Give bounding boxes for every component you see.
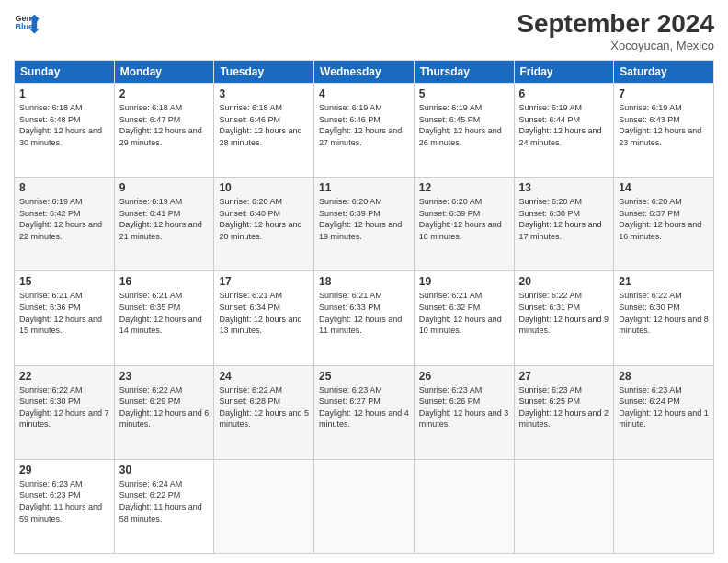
weekday-wednesday: Wednesday xyxy=(314,61,415,84)
day-cell: 19 Sunrise: 6:21 AMSunset: 6:32 PMDaylig… xyxy=(414,271,514,365)
day-info: Sunrise: 6:19 AMSunset: 6:45 PMDaylight:… xyxy=(419,103,502,147)
title-block: September 2024 Xocoyucan, Mexico xyxy=(517,9,714,52)
day-cell: 23 Sunrise: 6:22 AMSunset: 6:29 PMDaylig… xyxy=(114,365,214,459)
day-number: 19 xyxy=(419,275,509,288)
day-cell: 11 Sunrise: 6:20 AMSunset: 6:39 PMDaylig… xyxy=(314,178,415,271)
week-row-3: 15 Sunrise: 6:21 AMSunset: 6:36 PMDaylig… xyxy=(15,271,714,365)
day-info: Sunrise: 6:18 AMSunset: 6:46 PMDaylight:… xyxy=(219,103,301,147)
day-number: 25 xyxy=(319,370,409,383)
day-cell xyxy=(414,459,514,553)
day-number: 5 xyxy=(419,87,509,100)
day-number: 10 xyxy=(219,181,309,194)
day-number: 15 xyxy=(19,275,109,288)
day-info: Sunrise: 6:23 AMSunset: 6:23 PMDaylight:… xyxy=(19,479,102,523)
day-cell: 30 Sunrise: 6:24 AMSunset: 6:22 PMDaylig… xyxy=(114,459,214,553)
day-cell: 13 Sunrise: 6:20 AMSunset: 6:38 PMDaylig… xyxy=(514,178,614,271)
day-info: Sunrise: 6:19 AMSunset: 6:44 PMDaylight:… xyxy=(519,103,602,147)
day-number: 13 xyxy=(519,181,609,194)
day-cell xyxy=(214,459,314,553)
day-cell xyxy=(314,459,415,553)
day-cell: 25 Sunrise: 6:23 AMSunset: 6:27 PMDaylig… xyxy=(314,365,415,459)
day-cell: 17 Sunrise: 6:21 AMSunset: 6:34 PMDaylig… xyxy=(214,271,314,365)
day-number: 21 xyxy=(619,275,709,288)
day-info: Sunrise: 6:23 AMSunset: 6:26 PMDaylight:… xyxy=(419,385,509,430)
day-info: Sunrise: 6:22 AMSunset: 6:30 PMDaylight:… xyxy=(619,291,709,335)
day-cell: 2 Sunrise: 6:18 AMSunset: 6:47 PMDayligh… xyxy=(114,84,214,178)
day-cell: 28 Sunrise: 6:23 AMSunset: 6:24 PMDaylig… xyxy=(614,365,714,459)
svg-text:Blue: Blue xyxy=(15,22,33,31)
day-cell: 22 Sunrise: 6:22 AMSunset: 6:30 PMDaylig… xyxy=(15,365,115,459)
day-number: 4 xyxy=(319,87,409,100)
day-cell: 21 Sunrise: 6:22 AMSunset: 6:30 PMDaylig… xyxy=(614,271,714,365)
day-info: Sunrise: 6:24 AMSunset: 6:22 PMDaylight:… xyxy=(119,479,202,523)
day-number: 2 xyxy=(119,87,210,100)
day-number: 24 xyxy=(219,370,309,383)
day-number: 22 xyxy=(19,370,109,383)
week-row-1: 1 Sunrise: 6:18 AMSunset: 6:48 PMDayligh… xyxy=(15,84,714,178)
day-number: 9 xyxy=(119,181,210,194)
weekday-header-row: SundayMondayTuesdayWednesdayThursdayFrid… xyxy=(15,61,714,84)
week-row-4: 22 Sunrise: 6:22 AMSunset: 6:30 PMDaylig… xyxy=(15,365,714,459)
day-info: Sunrise: 6:21 AMSunset: 6:34 PMDaylight:… xyxy=(219,291,301,335)
day-info: Sunrise: 6:19 AMSunset: 6:42 PMDaylight:… xyxy=(19,197,102,241)
day-cell: 18 Sunrise: 6:21 AMSunset: 6:33 PMDaylig… xyxy=(314,271,415,365)
day-info: Sunrise: 6:20 AMSunset: 6:39 PMDaylight:… xyxy=(319,197,402,241)
day-number: 28 xyxy=(619,370,709,383)
day-info: Sunrise: 6:22 AMSunset: 6:29 PMDaylight:… xyxy=(119,385,210,430)
day-cell: 5 Sunrise: 6:19 AMSunset: 6:45 PMDayligh… xyxy=(414,84,514,178)
day-info: Sunrise: 6:19 AMSunset: 6:41 PMDaylight:… xyxy=(119,197,202,241)
weekday-tuesday: Tuesday xyxy=(214,61,314,84)
day-cell: 9 Sunrise: 6:19 AMSunset: 6:41 PMDayligh… xyxy=(114,178,214,271)
week-row-5: 29 Sunrise: 6:23 AMSunset: 6:23 PMDaylig… xyxy=(15,459,714,553)
weekday-saturday: Saturday xyxy=(614,61,714,84)
weekday-sunday: Sunday xyxy=(15,61,115,84)
day-number: 6 xyxy=(519,87,609,100)
day-info: Sunrise: 6:19 AMSunset: 6:43 PMDaylight:… xyxy=(619,103,701,147)
day-info: Sunrise: 6:21 AMSunset: 6:33 PMDaylight:… xyxy=(319,291,402,335)
day-number: 18 xyxy=(319,275,409,288)
day-cell: 26 Sunrise: 6:23 AMSunset: 6:26 PMDaylig… xyxy=(414,365,514,459)
day-number: 29 xyxy=(19,464,109,477)
weekday-monday: Monday xyxy=(114,61,214,84)
day-number: 26 xyxy=(419,370,509,383)
day-info: Sunrise: 6:20 AMSunset: 6:37 PMDaylight:… xyxy=(619,197,701,241)
day-cell xyxy=(614,459,714,553)
day-cell: 7 Sunrise: 6:19 AMSunset: 6:43 PMDayligh… xyxy=(614,84,714,178)
day-cell: 4 Sunrise: 6:19 AMSunset: 6:46 PMDayligh… xyxy=(314,84,415,178)
day-cell: 1 Sunrise: 6:18 AMSunset: 6:48 PMDayligh… xyxy=(15,84,115,178)
day-cell: 15 Sunrise: 6:21 AMSunset: 6:36 PMDaylig… xyxy=(15,271,115,365)
logo: General Blue xyxy=(14,9,40,35)
day-number: 7 xyxy=(619,87,709,100)
day-number: 12 xyxy=(419,181,509,194)
day-cell: 14 Sunrise: 6:20 AMSunset: 6:37 PMDaylig… xyxy=(614,178,714,271)
day-info: Sunrise: 6:19 AMSunset: 6:46 PMDaylight:… xyxy=(319,103,402,147)
day-info: Sunrise: 6:18 AMSunset: 6:47 PMDaylight:… xyxy=(119,103,202,147)
day-cell: 12 Sunrise: 6:20 AMSunset: 6:39 PMDaylig… xyxy=(414,178,514,271)
header: General Blue September 2024 Xocoyucan, M… xyxy=(14,9,714,52)
day-number: 17 xyxy=(219,275,309,288)
logo-icon: General Blue xyxy=(14,9,40,35)
month-title: September 2024 xyxy=(517,9,714,39)
day-number: 14 xyxy=(619,181,709,194)
day-cell: 27 Sunrise: 6:23 AMSunset: 6:25 PMDaylig… xyxy=(514,365,614,459)
day-number: 1 xyxy=(19,87,109,100)
location: Xocoyucan, Mexico xyxy=(517,39,714,52)
day-info: Sunrise: 6:20 AMSunset: 6:38 PMDaylight:… xyxy=(519,197,602,241)
weekday-friday: Friday xyxy=(514,61,614,84)
day-number: 30 xyxy=(119,464,210,477)
day-number: 27 xyxy=(519,370,609,383)
day-info: Sunrise: 6:22 AMSunset: 6:30 PMDaylight:… xyxy=(19,385,109,430)
day-info: Sunrise: 6:23 AMSunset: 6:27 PMDaylight:… xyxy=(319,385,409,430)
calendar: SundayMondayTuesdayWednesdayThursdayFrid… xyxy=(14,60,714,554)
weekday-thursday: Thursday xyxy=(414,61,514,84)
day-cell: 3 Sunrise: 6:18 AMSunset: 6:46 PMDayligh… xyxy=(214,84,314,178)
day-info: Sunrise: 6:22 AMSunset: 6:31 PMDaylight:… xyxy=(519,291,609,335)
day-info: Sunrise: 6:22 AMSunset: 6:28 PMDaylight:… xyxy=(219,385,309,430)
day-cell: 8 Sunrise: 6:19 AMSunset: 6:42 PMDayligh… xyxy=(15,178,115,271)
day-info: Sunrise: 6:20 AMSunset: 6:40 PMDaylight:… xyxy=(219,197,301,241)
day-cell: 10 Sunrise: 6:20 AMSunset: 6:40 PMDaylig… xyxy=(214,178,314,271)
day-info: Sunrise: 6:21 AMSunset: 6:36 PMDaylight:… xyxy=(19,291,102,335)
day-cell: 24 Sunrise: 6:22 AMSunset: 6:28 PMDaylig… xyxy=(214,365,314,459)
day-number: 11 xyxy=(319,181,409,194)
day-info: Sunrise: 6:23 AMSunset: 6:25 PMDaylight:… xyxy=(519,385,609,430)
